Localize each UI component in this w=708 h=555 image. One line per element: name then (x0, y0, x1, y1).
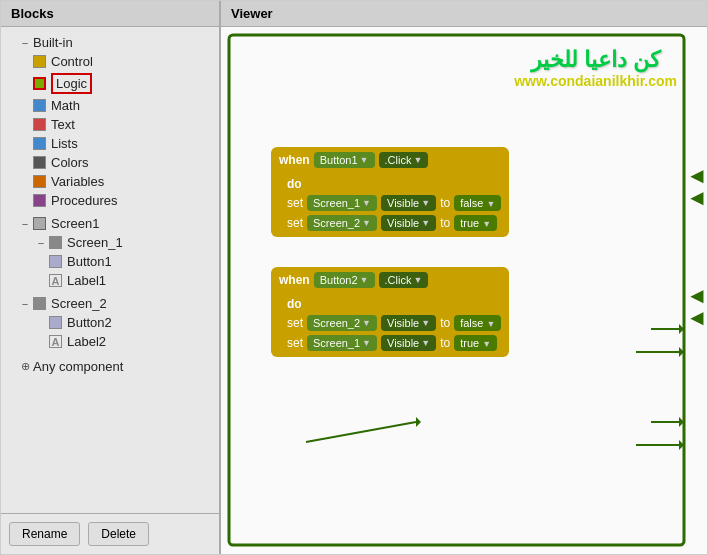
text-label: Text (51, 117, 75, 132)
screen1-label: Screen1 (51, 216, 99, 231)
click-pill-arrow-2: ▼ (413, 275, 422, 285)
do-row2-2: set Screen_1 ▼ Visible ▼ to true ▼ (287, 335, 501, 351)
colors-label: Colors (51, 155, 89, 170)
do-row1-2: set Screen_2 ▼ Visible ▼ to false ▼ (287, 315, 501, 331)
block-do-2: do set Screen_2 ▼ Visible ▼ to (271, 293, 509, 357)
button2-pill: Button2 ▼ (314, 272, 375, 288)
delete-button[interactable]: Delete (88, 522, 149, 546)
screen1-sub-label: Screen_1 (67, 235, 123, 250)
arrow-right-1-1: ◄ (686, 165, 707, 187)
control-label: Control (51, 54, 93, 69)
button1-pill-label: Button1 (320, 154, 358, 166)
control-color-box (33, 55, 46, 68)
variables-color-box (33, 175, 46, 188)
screen1-group[interactable]: − Screen1 (1, 214, 219, 233)
do-row2-1: set Screen_2 ▼ Visible ▼ to true ▼ (287, 215, 501, 231)
tree-item-control[interactable]: Control (1, 52, 219, 71)
tree-item-logic[interactable]: Logic (1, 71, 219, 96)
do-label-2: do (287, 297, 501, 311)
bottom-buttons: Rename Delete (1, 513, 219, 554)
screen1-sub-icon (49, 236, 62, 249)
label2-item[interactable]: A Label2 (1, 332, 219, 351)
procedures-color-box (33, 194, 46, 207)
button1-icon (49, 255, 62, 268)
click-pill-1: .Click ▼ (379, 152, 429, 168)
false-pill-2: false ▼ (454, 315, 501, 331)
builtin-label: Built-in (33, 35, 73, 50)
svg-marker-4 (679, 324, 684, 334)
click-pill-2: .Click ▼ (379, 272, 429, 288)
false-pill-1: false ▼ (454, 195, 501, 211)
builtin-group[interactable]: − Built-in (1, 33, 219, 52)
any-component-toggle: ⊕ (17, 360, 33, 373)
true-pill-2: true ▼ (454, 335, 497, 351)
logic-label: Logic (51, 73, 92, 94)
button2-item[interactable]: Button2 (1, 313, 219, 332)
viewer-area: كن داعيا للخير www.condaianilkhir.com (221, 27, 707, 554)
true-pill-1: true ▼ (454, 215, 497, 231)
button1-item[interactable]: Button1 (1, 252, 219, 271)
screen2-icon (33, 297, 46, 310)
label2-label: Label2 (67, 334, 106, 349)
label1-icon: A (49, 274, 62, 287)
tree-item-colors[interactable]: Colors (1, 153, 219, 172)
screen2-group[interactable]: − Screen_2 (1, 294, 219, 313)
screen1-pill-2: Screen_1 ▼ (307, 335, 377, 351)
set-label-2-1: set (287, 216, 303, 230)
button1-label: Button1 (67, 254, 112, 269)
watermark-arabic: كن داعيا للخير (514, 47, 677, 73)
screen1-sub[interactable]: − Screen_1 (1, 233, 219, 252)
rename-button[interactable]: Rename (9, 522, 80, 546)
logic-color-box (33, 77, 46, 90)
button1-pill-arrow: ▼ (360, 155, 369, 165)
math-color-box (33, 99, 46, 112)
when-label-2: when (279, 273, 310, 287)
when-label-1: when (279, 153, 310, 167)
click-pill-arrow-1: ▼ (413, 155, 422, 165)
do-row1-1: set Screen_1 ▼ Visible ▼ to false ▼ (287, 195, 501, 211)
screen1-sub-toggle: − (33, 237, 49, 249)
set-label-2-2: set (287, 336, 303, 350)
svg-marker-6 (679, 347, 684, 357)
do-label-1: do (287, 177, 501, 191)
svg-marker-10 (679, 417, 684, 427)
any-component-label: Any component (33, 359, 123, 374)
click-pill-label-2: .Click (385, 274, 412, 286)
label1-item[interactable]: A Label1 (1, 271, 219, 290)
button2-pill-label: Button2 (320, 274, 358, 286)
block-group-2: when Button2 ▼ .Click ▼ do set (271, 267, 509, 357)
svg-marker-12 (679, 440, 684, 450)
visible-pill-1-1: Visible ▼ (381, 195, 436, 211)
lists-label: Lists (51, 136, 78, 151)
any-component-item[interactable]: ⊕ Any component (1, 357, 219, 376)
svg-marker-8 (416, 417, 421, 427)
svg-line-7 (306, 422, 416, 442)
screen2-toggle: − (17, 298, 33, 310)
block-when-1: when Button1 ▼ .Click ▼ (271, 147, 509, 173)
screen2-pill-2: Screen_2 ▼ (307, 315, 377, 331)
blocks-header: Blocks (1, 1, 219, 27)
builtin-toggle: − (17, 37, 33, 49)
screen1-toggle: − (17, 218, 33, 230)
button1-pill: Button1 ▼ (314, 152, 375, 168)
visible-pill-2-1: Visible ▼ (381, 215, 436, 231)
text-color-box (33, 118, 46, 131)
tree-item-procedures[interactable]: Procedures (1, 191, 219, 210)
block-do-1: do set Screen_1 ▼ Visible ▼ to (271, 173, 509, 237)
block-group-1: when Button1 ▼ .Click ▼ do set (271, 147, 509, 237)
label2-icon: A (49, 335, 62, 348)
tree-item-lists[interactable]: Lists (1, 134, 219, 153)
block-when-2: when Button2 ▼ .Click ▼ (271, 267, 509, 293)
button2-icon (49, 316, 62, 329)
visible-pill-2-2: Visible ▼ (381, 335, 436, 351)
screen1-pill-1: Screen_1 ▼ (307, 195, 377, 211)
screen2-label: Screen_2 (51, 296, 107, 311)
button2-pill-arrow: ▼ (360, 275, 369, 285)
tree-item-math[interactable]: Math (1, 96, 219, 115)
click-pill-label-1: .Click (385, 154, 412, 166)
blocks-tree: − Built-in Control Logic Math Text (1, 27, 219, 513)
procedures-label: Procedures (51, 193, 117, 208)
tree-item-variables[interactable]: Variables (1, 172, 219, 191)
tree-item-text[interactable]: Text (1, 115, 219, 134)
arrow-right-2-2: ◄ (686, 307, 707, 329)
